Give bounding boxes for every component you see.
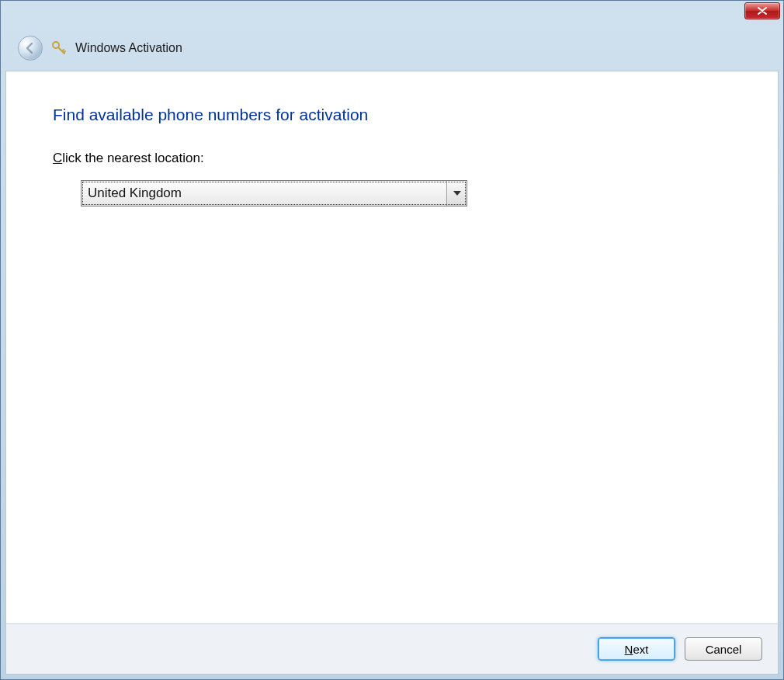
content-area: Find available phone numbers for activat…	[5, 71, 779, 623]
nav-row: Windows Activation	[1, 32, 783, 71]
location-dropdown-value: United Kingdom	[82, 181, 446, 206]
instruction-text: lick the nearest location:	[62, 151, 203, 165]
back-button[interactable]	[18, 36, 43, 61]
close-button[interactable]	[744, 2, 780, 19]
cancel-label: Cancel	[706, 643, 742, 656]
location-dropdown[interactable]: United Kingdom	[81, 180, 467, 206]
instruction-label: Click the nearest location:	[53, 151, 731, 166]
page-heading: Find available phone numbers for activat…	[53, 106, 731, 124]
chevron-down-icon	[453, 191, 461, 196]
close-icon	[758, 7, 767, 15]
window-title: Windows Activation	[75, 41, 182, 55]
titlebar	[1, 1, 783, 32]
next-label-rest: ext	[633, 643, 648, 656]
next-accel: N	[625, 643, 633, 656]
activation-window: Windows Activation Find available phone …	[0, 0, 784, 680]
dropdown-toggle[interactable]	[446, 181, 467, 206]
back-arrow-icon	[24, 42, 36, 54]
cancel-button[interactable]: Cancel	[685, 637, 762, 661]
instruction-accel: C	[53, 151, 62, 165]
key-icon	[50, 40, 68, 57]
next-button[interactable]: Next	[598, 637, 675, 661]
footer: Next Cancel	[5, 623, 779, 675]
